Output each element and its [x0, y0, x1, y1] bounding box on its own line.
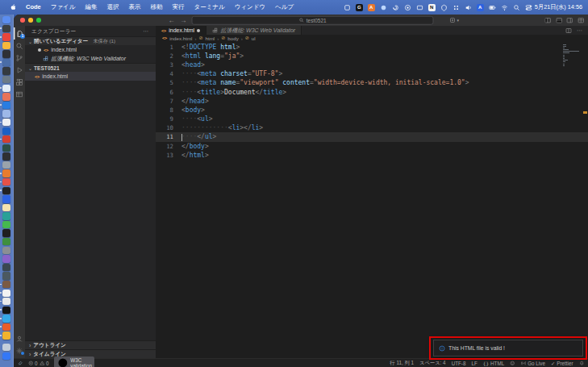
code-line[interactable]: 7</head>	[156, 97, 588, 106]
code-line[interactable]: 10············<li></li>	[156, 123, 588, 132]
modified-dot-icon[interactable]	[197, 29, 200, 32]
breadcrumb-body[interactable]: body	[227, 35, 238, 41]
dock-icon-22[interactable]	[2, 204, 10, 211]
wifi-icon[interactable]	[501, 4, 508, 11]
dock-icon-29[interactable]	[2, 264, 10, 271]
code-editor[interactable]: 1<!DOCTYPE html>2<html lang="ja">3<head>…	[156, 42, 588, 359]
breadcrumb-html[interactable]: html	[206, 35, 215, 41]
dock-icon-6[interactable]	[2, 67, 10, 74]
shield-icon[interactable]	[440, 4, 448, 11]
code-line[interactable]: 12</body>	[156, 142, 588, 151]
file-item-index-html[interactable]: <> index.html	[25, 72, 156, 81]
status-item--11-1[interactable]: 行 11, 列 1	[390, 360, 414, 367]
dock-icon-21[interactable]	[2, 195, 10, 202]
dock-icon-36[interactable]	[2, 323, 10, 331]
status-item-utf-8[interactable]: UTF-8	[452, 361, 466, 366]
dock-icon-14[interactable]	[2, 136, 10, 143]
dock-icon-20[interactable]	[2, 187, 10, 194]
menu-item-4[interactable]: 表示	[123, 3, 145, 10]
dock-icon-24[interactable]	[2, 221, 10, 228]
activity-run-debug-button[interactable]	[14, 64, 25, 76]
activity-source-control-button[interactable]	[14, 52, 25, 64]
menu-item-2[interactable]: 編集	[80, 3, 102, 10]
speaker-icon[interactable]	[465, 4, 472, 11]
zoom-window-button[interactable]	[36, 18, 41, 23]
activity-settings-button[interactable]	[14, 344, 25, 357]
dock-icon-10[interactable]	[2, 102, 10, 109]
dock-icon-7[interactable]	[2, 76, 10, 83]
open-editors-section-header[interactable]: ⌄ 開いているエディター 未保存 (1)	[25, 36, 156, 45]
activity-extensions-button[interactable]	[14, 76, 25, 88]
remote-indicator[interactable]	[18, 361, 23, 366]
menu-item-9[interactable]: ヘルプ	[270, 3, 298, 10]
code-line[interactable]: 4····<meta charset="UTF-8">	[156, 69, 588, 78]
forward-arrow-icon[interactable]: →	[180, 17, 187, 24]
notion-icon[interactable]: N	[428, 4, 436, 11]
dock-icon-34[interactable]	[2, 307, 10, 314]
cluster-icon[interactable]	[452, 4, 460, 11]
menu-item-7[interactable]: ターミナル	[189, 3, 229, 10]
dock-icon-35[interactable]	[2, 315, 10, 322]
dock-icon-33[interactable]	[2, 298, 10, 305]
dock-icon-37[interactable]	[2, 332, 10, 339]
dock-icon-16[interactable]	[2, 152, 10, 160]
toggle-secondary-sidebar-icon[interactable]	[566, 17, 573, 24]
problems-indicator[interactable]: 0 0	[28, 361, 49, 366]
dock-icon-12[interactable]	[2, 119, 10, 126]
search-icon[interactable]	[513, 4, 520, 11]
breadcrumb-file[interactable]: index.html	[169, 35, 192, 41]
dock-icon-4[interactable]	[2, 50, 10, 57]
w3c-validation-button[interactable]: W3C validation	[54, 357, 94, 367]
status-item-lf[interactable]: LF	[471, 361, 477, 366]
menu-item-5[interactable]: 移動	[145, 3, 167, 10]
menu-item-0[interactable]: Code	[21, 3, 46, 10]
back-arrow-icon[interactable]: ←	[169, 17, 176, 24]
profile-button[interactable]: ▾	[449, 17, 459, 23]
blue-dot-icon[interactable]	[380, 4, 387, 11]
status-item-html[interactable]: {}HTML	[483, 361, 504, 366]
breadcrumb-ul[interactable]: ul	[252, 35, 256, 41]
code-line[interactable]: 11····</ul>	[156, 132, 588, 141]
open-editor-item-index-html[interactable]: <> index.html	[25, 45, 156, 54]
dock-icon-8[interactable]	[2, 85, 10, 92]
dock-icon-25[interactable]	[2, 229, 10, 236]
code-line[interactable]: 3<head>	[156, 60, 588, 69]
menu-item-8[interactable]: ウィンドウ	[230, 3, 270, 10]
notification-toast[interactable]: This HTML file is valid !	[433, 340, 583, 357]
more-actions-icon[interactable]: ⋯	[577, 27, 582, 34]
dock-icon-19[interactable]	[2, 178, 10, 186]
menu-clock[interactable]: 5月21日(水) 14:56	[535, 3, 582, 11]
toggle-sidebar-icon[interactable]	[544, 17, 552, 24]
activity-search-button[interactable]	[14, 40, 25, 52]
dock-icon-39[interactable]	[2, 352, 10, 360]
dock-icon-3[interactable]	[2, 42, 10, 49]
apple-logo-icon[interactable]	[6, 3, 21, 11]
code-line[interactable]: 6····<title>Document</title>	[156, 87, 588, 96]
command-center-search[interactable]: test0521	[192, 16, 434, 25]
dock-icon-23[interactable]	[2, 212, 10, 219]
status-item-prettier[interactable]: ✓Prettier	[551, 361, 573, 366]
menu-item-6[interactable]: 実行	[167, 3, 189, 10]
translate-icon[interactable]: A	[477, 4, 484, 11]
menu-item-1[interactable]: ファイル	[46, 3, 81, 10]
status-item-go-live[interactable]: Go Live	[521, 361, 545, 366]
code-line[interactable]: 9····<ul>	[156, 115, 588, 123]
dock-icon-2[interactable]	[2, 33, 10, 40]
battery-icon[interactable]	[489, 4, 496, 11]
status-item-smiley[interactable]	[510, 361, 515, 366]
toggle-panel-icon[interactable]	[556, 17, 563, 24]
more-actions-icon[interactable]: ⋯	[143, 28, 149, 35]
g-app-icon[interactable]: G	[356, 4, 363, 11]
extension-icon[interactable]	[344, 4, 351, 11]
dock-icon-26[interactable]	[2, 238, 10, 245]
dock-icon-17[interactable]	[2, 161, 10, 169]
dock-icon-5[interactable]	[2, 59, 10, 66]
dock-icon-0[interactable]	[2, 16, 10, 23]
tab-extension-w3c[interactable]: 拡張機能: W3C Web Validator	[206, 26, 302, 35]
dock-icon-38[interactable]	[2, 344, 10, 351]
customize-layout-icon[interactable]	[578, 17, 585, 24]
activity-table-button[interactable]	[14, 88, 25, 100]
menu-item-3[interactable]: 選択	[102, 3, 123, 10]
status-item--4[interactable]: スペース: 4	[419, 360, 446, 367]
minimap[interactable]	[563, 44, 581, 67]
